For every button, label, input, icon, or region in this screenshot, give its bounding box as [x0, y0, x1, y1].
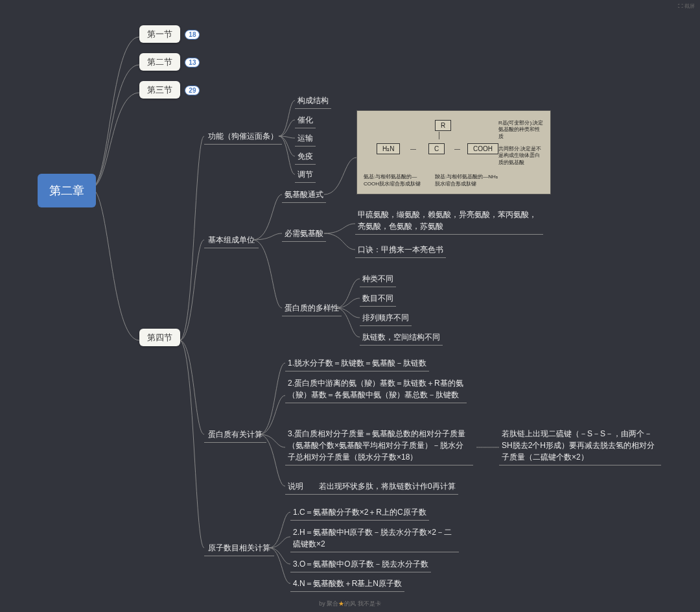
section-1[interactable]: 第一节 18	[139, 29, 200, 40]
diversity-title[interactable]: 蛋白质的多样性	[282, 301, 342, 316]
section-3-label: 第三节	[139, 81, 180, 99]
formula-title[interactable]: 氨基酸通式	[282, 188, 326, 203]
img-r: R	[435, 120, 451, 131]
root-node[interactable]: 第二章	[38, 174, 96, 207]
atom-title[interactable]: 原子数目相关计算	[204, 541, 274, 556]
section-4-label: 第四节	[139, 329, 180, 346]
calc-extra[interactable]: 若肽链上出现二硫键（－S－S－，由两个－SH脱去2个H形成）要再减去脱去氢的相对…	[499, 427, 661, 465]
atom-2[interactable]: 3.O＝氨基酸中O原子数－脱去水分子数	[290, 558, 431, 572]
img-cooh: COOH	[467, 143, 498, 154]
section-3-badge[interactable]: 29	[185, 86, 200, 95]
essential-title[interactable]: 必需氨基酸	[282, 227, 326, 242]
img-note-common: 共同部分:决定是不是构成生物体蛋白质的氨基酸	[498, 146, 544, 166]
formula-image[interactable]: R │ H₂N — C — COOH R基(可变部分):决定氨基酸的种类和性质 …	[356, 110, 551, 194]
func-item-2[interactable]: 运输	[295, 132, 316, 147]
footer: by 聚合★的风 我不是卡	[0, 600, 700, 608]
img-note-r: R基(可变部分):决定氨基酸的种类和性质	[498, 120, 544, 140]
diversity-3[interactable]: 肽链数，空间结构不同	[360, 331, 443, 346]
section-1-label: 第一节	[139, 25, 180, 43]
calc-2[interactable]: 3.蛋白质相对分子质量＝氨基酸总数的相对分子质量（氨基酸个数×氨基酸平均相对分子…	[285, 427, 473, 465]
calc-3[interactable]: 说明 若出现环状多肽，将肽链数计作0再计算	[285, 480, 458, 495]
atom-3[interactable]: 4.N＝氨基酸数＋R基上N原子数	[290, 577, 404, 592]
atom-1[interactable]: 2.H＝氨基酸中H原子数－脱去水分子数×2－二硫键数×2	[290, 525, 459, 552]
footer-pre: by 聚合	[319, 600, 338, 607]
func-item-4[interactable]: 调节	[295, 168, 316, 183]
img-h2n: H₂N	[377, 143, 400, 154]
section-2-badge[interactable]: 13	[185, 58, 200, 67]
section-1-badge[interactable]: 18	[185, 30, 200, 40]
atom-0[interactable]: 1.C＝氨基酸分子数×2＋R上的C原子数	[290, 506, 429, 521]
basic-unit-title[interactable]: 基本组成单位	[204, 233, 259, 248]
corner-label: ⛶ 截屏	[678, 3, 695, 10]
mindmap-canvas[interactable]: 第二章 第一节 18 第二节 13 第三节 29 第四节 功能（狗催运面条） 构…	[0, 0, 700, 612]
section-2[interactable]: 第二节 13	[139, 56, 200, 68]
img-c: C	[428, 143, 445, 154]
essential-list[interactable]: 甲硫氨酸，缬氨酸，赖氨酸，异亮氨酸，苯丙氨酸，亮氨酸，色氨酸，苏氨酸	[355, 207, 543, 235]
calc-0[interactable]: 1.脱水分子数＝肽键数＝氨基酸－肽链数	[285, 357, 429, 371]
img-note-cooh: 羧基:与相邻氨基酸的—NH₂脱水缩合形成肽键	[435, 174, 500, 187]
section-4[interactable]: 第四节	[139, 332, 180, 344]
calc-1[interactable]: 2.蛋白质中游离的氨（羧）基数＝肽链数＋R基的氨（羧）基数＝各氨基酸中氨（羧）基…	[285, 376, 467, 403]
diversity-2[interactable]: 排列顺序不同	[360, 311, 412, 326]
func-item-3[interactable]: 免疫	[295, 150, 316, 165]
section-2-label: 第二节	[139, 53, 180, 71]
root-label: 第二章	[49, 184, 84, 197]
section-3[interactable]: 第三节 29	[139, 84, 200, 96]
diversity-0[interactable]: 种类不同	[360, 272, 396, 287]
calc-title[interactable]: 蛋白质有关计算	[204, 428, 266, 443]
func-item-0[interactable]: 构成结构	[295, 94, 331, 109]
star-icon: ★	[338, 600, 344, 607]
essential-mnemonic[interactable]: 口诀：甲携来一本亮色书	[355, 243, 446, 258]
img-note-nh2: 氨基:与相邻氨基酸的—COOH脱水缩合形成肽键	[364, 174, 428, 187]
func-item-1[interactable]: 催化	[295, 113, 316, 128]
footer-post: 的风 我不是卡	[344, 600, 381, 607]
diversity-1[interactable]: 数目不同	[360, 292, 396, 307]
func-title[interactable]: 功能（狗催运面条）	[204, 130, 282, 145]
